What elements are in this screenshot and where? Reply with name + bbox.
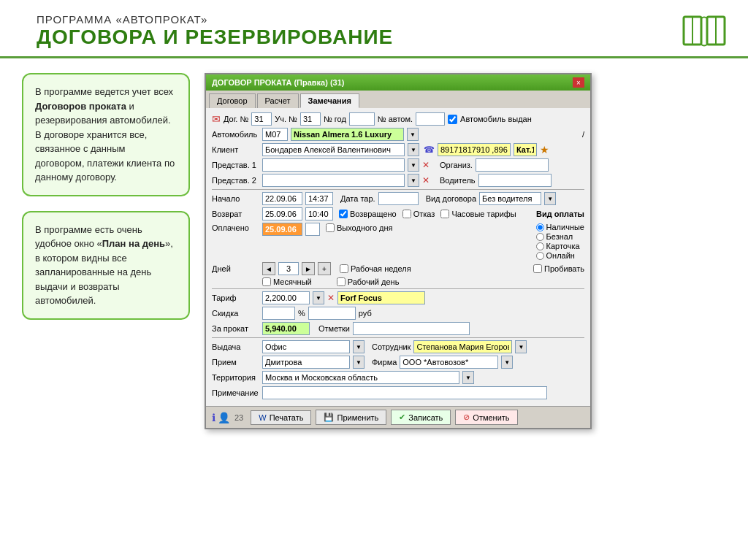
avto-dd-arrow[interactable]: ▼ [407,128,419,141]
dney-label: Дней [212,264,259,273]
print-button[interactable]: W Печатать [251,410,311,425]
za-prokat-input[interactable] [262,322,310,335]
save-label: Записать [408,413,443,422]
territoriya-input[interactable] [262,371,459,384]
probivat-checkbox[interactable] [533,264,542,273]
pred2-dd-arrow[interactable]: ▼ [408,174,419,187]
vydacha-input[interactable] [262,340,350,353]
kartochka-radio[interactable] [536,242,544,250]
save-button[interactable]: ✔ Записать [391,410,451,425]
row-tarif: Тариф ▼ ✕ [212,291,584,304]
avto-vydan-checkbox[interactable] [448,115,457,124]
pred2-input[interactable] [262,174,405,187]
rab-nedelya-checkbox[interactable] [340,264,348,273]
firma-label: Фирма [372,358,397,367]
tab-zamechaniya[interactable]: Замечания [300,93,359,108]
klient-dd-arrow[interactable]: ▼ [408,143,419,156]
row-vozvrat: Возврат Возвращено Отказ Часовые тарифы [212,207,584,220]
apply-icon: 💾 [324,413,334,422]
skidka-proc-input[interactable] [262,307,295,320]
nachalo-date-input[interactable] [262,192,302,205]
tarif-input[interactable] [262,291,310,304]
skidka-rub-input[interactable] [308,307,356,320]
pred1-input[interactable] [262,158,405,172]
rab-den-checkbox[interactable] [337,277,346,286]
beznal-row: Безнал [536,232,584,241]
primechanie-input[interactable] [262,386,547,399]
otkaz-checkbox[interactable] [402,210,411,218]
rab-nedelya-label: Рабочая неделя [351,264,411,273]
kartochka-row: Карточка [536,242,584,250]
row-pred1: Представ. 1 ▼ ✕ Организ. [212,158,584,172]
klient-kat-input[interactable] [514,143,537,156]
cancel-button[interactable]: ⊘ Отменить [455,410,517,425]
tarif-name-input[interactable] [337,291,425,304]
footer-info-icon[interactable]: ℹ [212,412,215,423]
dney-plus-button[interactable]: + [318,262,331,275]
sotrudnik-input[interactable] [413,340,512,353]
tab-dogovor[interactable]: Договор [209,93,256,108]
klient-phone-input[interactable] [438,143,511,156]
vykh-checkbox[interactable] [326,223,335,232]
dney-next-button[interactable]: ► [302,262,315,275]
vid-dogovora-input[interactable] [479,192,541,205]
data-tar-input[interactable] [378,192,419,205]
organiz-input[interactable] [476,158,549,172]
avtom-label: № автом. [378,115,413,123]
vozvrashcheno-checkbox[interactable] [339,210,348,218]
tab-raschet[interactable]: Расчет [257,93,299,108]
skidka-proc-label: % [298,309,305,318]
god-input[interactable] [349,112,375,126]
dney-input[interactable] [278,262,299,275]
avto-vydan-label: Автомобиль выдан [460,115,532,123]
avto-code-input[interactable] [262,128,288,141]
main-content: В программе ведется учет всех Договоров … [0,58,748,553]
dog-num-input[interactable] [251,112,272,126]
vozvrat-time-input[interactable] [305,207,333,220]
chasovye-checkbox[interactable] [440,210,449,218]
probivat-label: Пробивать [544,264,584,273]
pred1-x-icon[interactable]: ✕ [422,160,430,170]
priem-input[interactable] [262,356,350,369]
vydacha-dd-arrow[interactable]: ▼ [353,340,365,353]
sotrudnik-dd-arrow[interactable]: ▼ [515,340,527,353]
voditel-input[interactable] [478,174,552,187]
firma-dd-arrow[interactable]: ▼ [501,356,513,369]
left-panel: В программе ведется учет всех Договоров … [22,73,190,545]
territoriya-dd-arrow[interactable]: ▼ [462,371,474,384]
data-tar-label: Дата тар. [340,194,375,203]
oplacheno-label: Оплачено [212,223,259,232]
vozvrat-date-input[interactable] [262,207,302,220]
otmetki-input[interactable] [353,322,470,335]
avto-name-input[interactable] [291,128,404,141]
uch-num-input[interactable] [300,112,321,126]
pred2-x-icon[interactable]: ✕ [422,175,430,185]
avtom-input[interactable] [416,112,445,126]
tarif-dd-arrow[interactable]: ▼ [313,291,324,304]
apply-button[interactable]: 💾 Применить [316,410,386,425]
oplacheno-date-input[interactable] [262,223,302,236]
tarif-x-icon[interactable]: ✕ [327,293,335,303]
footer-user-icon[interactable]: 👤 [218,412,230,423]
mesyachnyy-checkbox[interactable] [262,277,271,286]
pred1-dd-arrow[interactable]: ▼ [408,158,419,172]
row-skidka: Скидка % руб [212,307,584,320]
row-nachalo: Начало Дата тар. Вид договора ▼ [212,192,584,205]
dialog-close-button[interactable]: × [573,77,584,88]
za-prokat-label: За прокат [212,324,259,333]
klient-input[interactable] [262,143,405,156]
oplacheno-num-input[interactable] [305,223,320,236]
priem-label: Прием [212,358,259,367]
vid-dogovora-dd-arrow[interactable]: ▼ [544,192,556,205]
firma-input[interactable] [400,356,498,369]
divider-1 [212,189,584,190]
beznal-radio[interactable] [536,233,544,241]
dialog-window: ДОГОВОР ПРОКАТА (Правка) (31) × Договор … [205,73,592,429]
priem-dd-arrow[interactable]: ▼ [353,356,365,369]
onlayn-radio[interactable] [536,252,544,260]
dney-prev-button[interactable]: ◄ [262,262,275,275]
dog-label: Дог. № [224,115,248,123]
rab-nedelya-row: Рабочая неделя [340,264,411,273]
nalichnye-radio[interactable] [536,223,544,231]
nachalo-time-input[interactable] [305,192,333,205]
